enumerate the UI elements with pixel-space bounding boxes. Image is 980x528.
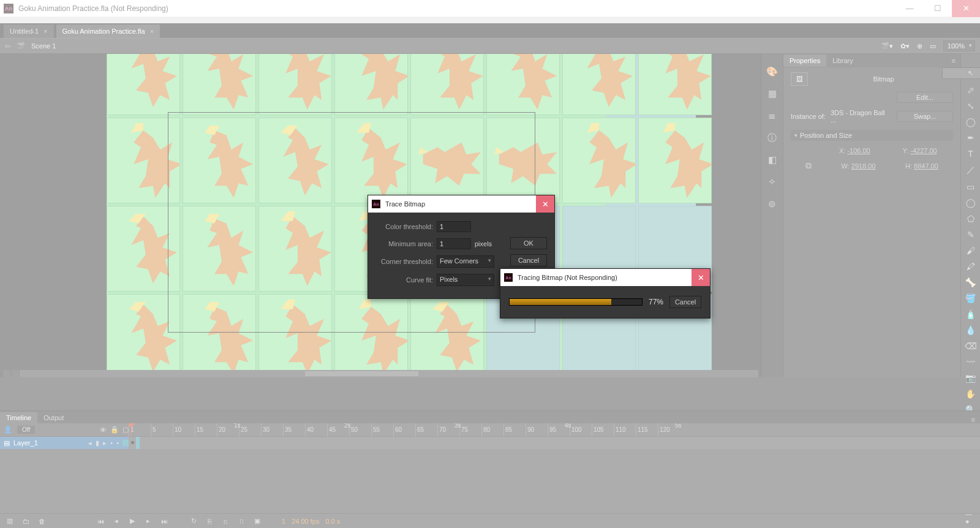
w-value[interactable]: 2918.00 xyxy=(851,162,876,170)
layer-outline-icon[interactable]: ▢ xyxy=(123,426,129,434)
zoom-select[interactable]: 100% xyxy=(943,40,975,51)
transform-panel-icon[interactable]: ◧ xyxy=(767,154,778,165)
timeline-zoom-slider[interactable]: —●— xyxy=(965,510,975,529)
dialog-close-button[interactable]: ✕ xyxy=(536,195,554,213)
layer-lock-icon[interactable]: 🔒 xyxy=(110,426,119,434)
pencil-tool-icon[interactable]: ✎ xyxy=(964,230,978,239)
tab-library[interactable]: Library xyxy=(826,55,859,67)
ink-bottle-tool-icon[interactable]: 🧴 xyxy=(964,309,978,319)
panel-menu-icon[interactable]: ≡ xyxy=(952,57,960,64)
step-back-icon[interactable]: ◂ xyxy=(111,517,121,525)
curve-fit-label: Curve fit: xyxy=(377,276,433,284)
lasso-tool-icon[interactable]: ◯ xyxy=(964,117,978,127)
tab-properties[interactable]: Properties xyxy=(783,55,826,67)
delete-layer-icon[interactable]: 🗑 xyxy=(37,518,47,525)
window-close-button[interactable]: ✕ xyxy=(952,0,980,17)
timeline-menu-icon[interactable]: ≡ xyxy=(971,416,980,423)
camera-tool-icon[interactable]: 📷 xyxy=(964,373,978,383)
frames-track[interactable] xyxy=(129,437,980,449)
edit-multiple-frames-icon[interactable]: ⎍ xyxy=(236,518,246,525)
curve-fit-select[interactable]: Pixels xyxy=(437,274,494,286)
scene-name[interactable]: Scene 1 xyxy=(31,42,56,50)
free-transform-tool-icon[interactable]: ⤡ xyxy=(964,101,978,111)
dialog-title: Tracing Bitmap (Not Responding) xyxy=(518,274,617,281)
bone-tool-icon[interactable]: 🦴 xyxy=(964,277,978,287)
hand-tool-icon[interactable]: ✋ xyxy=(964,389,978,399)
components-panel-icon[interactable]: ✧ xyxy=(767,176,778,187)
onion-skin-range-icon[interactable]: ⎘ xyxy=(205,518,214,525)
eyedropper-tool-icon[interactable]: 💧 xyxy=(964,325,978,335)
onion-skin-icon[interactable]: 👤 xyxy=(4,426,12,434)
pen-tool-icon[interactable]: ✒ xyxy=(964,133,978,143)
step-forward-icon[interactable]: ▸ xyxy=(143,517,153,525)
link-wh-icon[interactable]: ⧉ xyxy=(805,160,812,171)
layer-visibility-icon[interactable]: 👁 xyxy=(100,426,107,434)
current-frame[interactable]: 1 xyxy=(282,518,285,525)
color-panel-icon[interactable]: 🎨 xyxy=(767,66,778,77)
dialog-close-button[interactable]: ✕ xyxy=(692,269,710,286)
swap-button[interactable]: Swap... xyxy=(897,111,953,122)
line-tool-icon[interactable]: ／ xyxy=(964,165,978,176)
new-layer-icon[interactable]: ▥ xyxy=(5,517,15,525)
layer-color-swatch[interactable] xyxy=(123,440,129,446)
go-last-frame-icon[interactable]: ⏭ xyxy=(159,518,169,525)
tab-output[interactable]: Output xyxy=(37,412,70,423)
edit-button[interactable]: Edit... xyxy=(897,92,953,103)
progress-percent: 77% xyxy=(649,298,663,306)
clip-content-icon[interactable]: ▭ xyxy=(930,42,936,50)
color-threshold-input[interactable] xyxy=(437,221,471,232)
keyframe[interactable] xyxy=(129,437,136,449)
layer-guide-icon[interactable]: ◂ xyxy=(88,439,92,447)
onion-outlines-icon[interactable]: ⎌ xyxy=(221,518,230,525)
frame-ruler[interactable]: 1510152025303540455055606570758085909510… xyxy=(129,423,980,437)
new-folder-icon[interactable]: 🗀 xyxy=(21,518,31,525)
properties-panel: Properties Library ≡ 🖼 Bitmap Edit... In… xyxy=(783,54,960,377)
go-first-frame-icon[interactable]: ⏮ xyxy=(96,518,105,525)
document-tab[interactable]: Goku Animation Practice.fla × xyxy=(56,25,160,38)
h-value[interactable]: 8847.00 xyxy=(914,162,938,170)
paint-brush-tool-icon[interactable]: 🖍 xyxy=(964,262,978,271)
ok-button[interactable]: OK xyxy=(510,237,547,249)
oval-tool-icon[interactable]: ◯ xyxy=(964,198,978,208)
x-value[interactable]: -106.00 xyxy=(847,147,870,154)
fps-value[interactable]: 24.00 fps xyxy=(292,518,319,525)
info-panel-icon[interactable]: ⓘ xyxy=(767,132,778,143)
scene-back-icon[interactable]: ⇦ xyxy=(5,42,10,50)
width-tool-icon[interactable]: 〰 xyxy=(964,357,978,367)
text-tool-icon[interactable]: T xyxy=(964,149,978,159)
tab-close-icon[interactable]: × xyxy=(43,28,47,35)
rectangle-tool-icon[interactable]: ▭ xyxy=(964,182,978,192)
align-panel-icon[interactable]: ≣ xyxy=(767,110,778,121)
center-stage-icon[interactable]: ⊕ xyxy=(917,42,922,50)
tab-close-icon[interactable]: × xyxy=(150,28,154,35)
polystar-tool-icon[interactable]: ⬠ xyxy=(964,214,978,224)
layer-next-icon[interactable]: ▸ xyxy=(103,439,107,447)
playhead[interactable] xyxy=(131,423,132,437)
subselection-tool-icon[interactable]: ⬀ xyxy=(964,85,978,95)
brush-tool-icon[interactable]: 🖌 xyxy=(964,246,978,255)
cancel-button[interactable]: Cancel xyxy=(669,296,701,308)
edit-symbols-icon[interactable]: ✿▾ xyxy=(900,42,910,50)
eraser-tool-icon[interactable]: ⌫ xyxy=(964,341,978,351)
document-tab[interactable]: Untitled-1 × xyxy=(4,25,54,38)
tab-timeline[interactable]: Timeline xyxy=(0,412,37,423)
min-area-input[interactable] xyxy=(437,238,471,249)
layer-row[interactable]: ▤ Layer_1 ◂ ▮ ▸ •• xyxy=(0,437,129,449)
swatches-panel-icon[interactable]: ▦ xyxy=(767,88,778,99)
horizontal-scrollbar[interactable] xyxy=(2,370,758,377)
play-icon[interactable]: ▶ xyxy=(127,517,137,525)
corner-threshold-select[interactable]: Few Corners xyxy=(437,255,494,268)
window-maximize-button[interactable]: ☐ xyxy=(924,0,952,17)
center-frame-icon[interactable]: ▣ xyxy=(252,517,262,525)
loop-icon[interactable]: ↻ xyxy=(189,517,198,525)
y-value[interactable]: -4227.00 xyxy=(910,147,937,154)
cancel-button[interactable]: Cancel xyxy=(510,254,547,266)
paint-bucket-tool-icon[interactable]: 🪣 xyxy=(964,293,978,303)
window-minimize-button[interactable]: — xyxy=(895,0,924,17)
edit-scene-icon[interactable]: 🎬▾ xyxy=(881,42,893,50)
document-tabs: Untitled-1 × Goku Animation Practice.fla… xyxy=(0,23,980,38)
layer-highlight-icon[interactable]: ▮ xyxy=(96,439,99,447)
position-size-header[interactable]: Position and Size xyxy=(791,130,953,141)
selection-tool-icon[interactable]: ↖ xyxy=(942,67,981,79)
cc-libraries-icon[interactable]: ⊚ xyxy=(767,198,778,209)
